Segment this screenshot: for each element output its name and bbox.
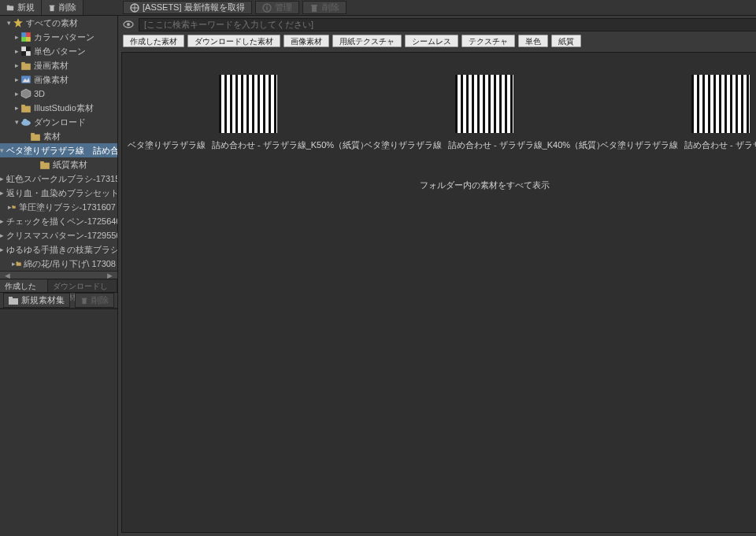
assets-refresh-label: [ASSETS] 最新情報を取得 (143, 2, 245, 13)
tree-item-14[interactable]: ▸チェックを描くペン-1725646 (0, 214, 117, 228)
tree-item-9[interactable]: ▾ベタ塗りザラザラ線 詰め合 (0, 143, 117, 157)
expand-arrow-icon[interactable]: ▾ (5, 19, 13, 27)
tree-item-15[interactable]: ▸クリスマスパターン-1729556 (0, 228, 117, 242)
svg-rect-38 (13, 205, 14, 206)
svg-rect-23 (21, 106, 31, 113)
material-thumb-2[interactable]: ベタ塗りザラザラ線詰め合わせ - ザラザラ線_K30%（紙質） (610, 75, 756, 151)
svg-rect-8 (312, 6, 317, 12)
new-set-button[interactable]: 新規素材集 (3, 293, 70, 308)
material-thumb-0[interactable]: ベタ塗りザラザラ線詰め合わせ - ザラザラ線_K50%（紙質） (138, 75, 358, 151)
tree-item-5[interactable]: ▸3D (0, 87, 117, 101)
tree-item-label: IllustStudio素材 (34, 102, 94, 114)
tree-item-label: クリスマスパターン-1729556 (6, 230, 117, 242)
svg-rect-31 (40, 163, 50, 169)
delete-label-right: 削除 (322, 2, 339, 13)
content-panel: 作成した素材ダウンロードした素材画像素材用紙テクスチャシームレステクスチャ単色紙… (118, 16, 756, 536)
trash-icon (48, 4, 56, 12)
thumb-name: 詰め合わせ - ザラザラ線_K50%（紙質） (212, 139, 369, 151)
filter-tag-5[interactable]: テクスチャ (461, 35, 515, 47)
tree-item-label: ベタ塗りザラザラ線 詰め合 (6, 145, 117, 157)
svg-marker-10 (13, 18, 23, 28)
tree-item-4[interactable]: ▸画像素材 (0, 72, 117, 87)
show-all-link[interactable]: フォルダー内の素材をすべて表示 (122, 179, 756, 191)
created-sets-tab[interactable]: 作成した素材集 (0, 279, 48, 292)
expand-arrow-icon[interactable]: ▾ (13, 118, 20, 126)
thumbnail-area: ベタ塗りザラザラ線詰め合わせ - ザラザラ線_K50%（紙質）ベタ塗りザラザラ線… (121, 52, 756, 533)
tree-item-1[interactable]: ▸カラーパターン (0, 30, 117, 44)
expand-arrow-icon[interactable]: ▸ (13, 76, 20, 83)
expand-arrow-icon[interactable]: ▸ (13, 90, 20, 98)
tree-item-6[interactable]: ▸IllustStudio素材 (0, 101, 117, 115)
tree-item-7[interactable]: ▾ダウンロード (0, 115, 117, 129)
svg-rect-13 (21, 37, 26, 42)
svg-rect-17 (26, 51, 31, 56)
svg-rect-46 (17, 262, 18, 264)
trash-icon (80, 297, 88, 305)
filter-tag-4[interactable]: シームレス (405, 35, 458, 47)
delete-label-left: 削除 (59, 2, 76, 13)
expand-arrow-icon[interactable]: ▸ (0, 246, 4, 253)
top-toolbar: 新規 削除 [ASSETS] 最新情報を取得 管理 削除 (0, 0, 756, 16)
tree-item-label: 綿の花/吊り下げ\ 17308 (24, 258, 116, 270)
filter-tag-2[interactable]: 画像素材 (284, 35, 329, 47)
search-input[interactable] (139, 18, 756, 31)
tree-item-2[interactable]: ▸単色パターン (0, 44, 117, 58)
new-label: 新規 (17, 2, 35, 13)
set-list-empty (0, 309, 117, 536)
filter-tag-6[interactable]: 単色 (518, 35, 548, 47)
filter-tag-1[interactable]: ダウンロードした素材 (187, 35, 280, 47)
folder-icon (30, 131, 41, 141)
material-thumb-1[interactable]: ベタ塗りザラザラ線詰め合わせ - ザラザラ線_K40%（紙質） (374, 75, 595, 151)
material-tree[interactable]: ▾すべての素材▸カラーパターン▸単色パターン▸漫画素材▸画像素材▸3D▸Illu… (0, 16, 117, 271)
tree-item-label: 虹色スパークルブラシ-17315 (6, 173, 117, 185)
tree-item-8[interactable]: 素材 (0, 129, 117, 143)
set-tabs: 作成した素材集 ダウンロードした素材集 (0, 279, 117, 293)
tree-item-3[interactable]: ▸漫画素材 (0, 58, 117, 72)
expand-arrow-icon[interactable]: ▸ (0, 217, 4, 225)
tree-item-16[interactable]: ▸ゆるゆる手描きの枝葉ブラシ (0, 242, 117, 257)
tree-item-12[interactable]: ▸返り血・血染めブラシセット- (0, 186, 117, 200)
delete-button-left[interactable]: 削除 (42, 0, 83, 15)
tree-item-11[interactable]: ▸虹色スパークルブラシ-17315 (0, 172, 117, 186)
expand-arrow-icon[interactable]: ▸ (13, 33, 20, 41)
tree-item-label: ゆるゆる手描きの枝葉ブラシ (6, 244, 117, 256)
thumbnail-image (691, 75, 750, 133)
assets-refresh-button[interactable]: [ASSETS] 最新情報を取得 (123, 1, 252, 14)
tree-item-label: 単色パターン (34, 46, 86, 57)
expand-arrow-icon[interactable]: ▸ (13, 104, 20, 112)
manage-button[interactable]: 管理 (255, 1, 299, 14)
tree-item-10[interactable]: 紙質素材 (0, 157, 117, 172)
thumb-category: ベタ塗りザラザラ線 (600, 139, 678, 151)
svg-rect-2 (50, 6, 54, 11)
filter-tag-3[interactable]: 用紙テクスチャ (332, 35, 402, 47)
folder-plus-icon (6, 4, 14, 12)
filter-tag-7[interactable]: 紙質 (551, 35, 581, 47)
tree-scroll-indicator[interactable]: ◄ ► (0, 271, 117, 279)
delete-set-button[interactable]: 削除 (75, 293, 114, 308)
tree-item-label: 返り血・血染めブラシセット- (6, 187, 117, 199)
visibility-toggle-icon[interactable] (123, 19, 134, 30)
expand-arrow-icon[interactable]: ▸ (13, 61, 20, 69)
delete-button-right[interactable]: 削除 (302, 1, 346, 14)
tree-item-label: 筆圧塗りブラシ-1731607 (19, 201, 117, 213)
expand-arrow-icon[interactable]: ▸ (0, 231, 4, 239)
expand-arrow-icon[interactable]: ▸ (0, 175, 4, 183)
svg-rect-18 (21, 64, 31, 70)
tree-item-label: カラーパターン (34, 31, 94, 43)
expand-arrow-icon[interactable]: ▾ (0, 146, 4, 154)
svg-rect-1 (7, 5, 9, 6)
expand-arrow-icon[interactable]: ▸ (0, 189, 4, 197)
svg-rect-37 (13, 206, 16, 209)
new-button[interactable]: 新規 (0, 0, 42, 15)
thumbnail-image (455, 75, 513, 133)
svg-rect-45 (17, 263, 21, 266)
filter-tag-0[interactable]: 作成した素材 (123, 35, 184, 47)
expand-arrow-icon[interactable]: ▸ (13, 47, 20, 55)
folder-icon (9, 297, 18, 305)
svg-rect-27 (31, 135, 40, 141)
downloaded-sets-tab[interactable]: ダウンロードした素材集 (48, 279, 117, 292)
tree-item-13[interactable]: ▸筆圧塗りブラシ-1731607 (0, 200, 117, 214)
tree-item-17[interactable]: ▸綿の花/吊り下げ\ 17308 (0, 257, 117, 271)
tree-item-0[interactable]: ▾すべての素材 (0, 16, 117, 30)
thumb-name: 詰め合わせ - ザラザラ線_K30%（紙質） (684, 139, 756, 151)
